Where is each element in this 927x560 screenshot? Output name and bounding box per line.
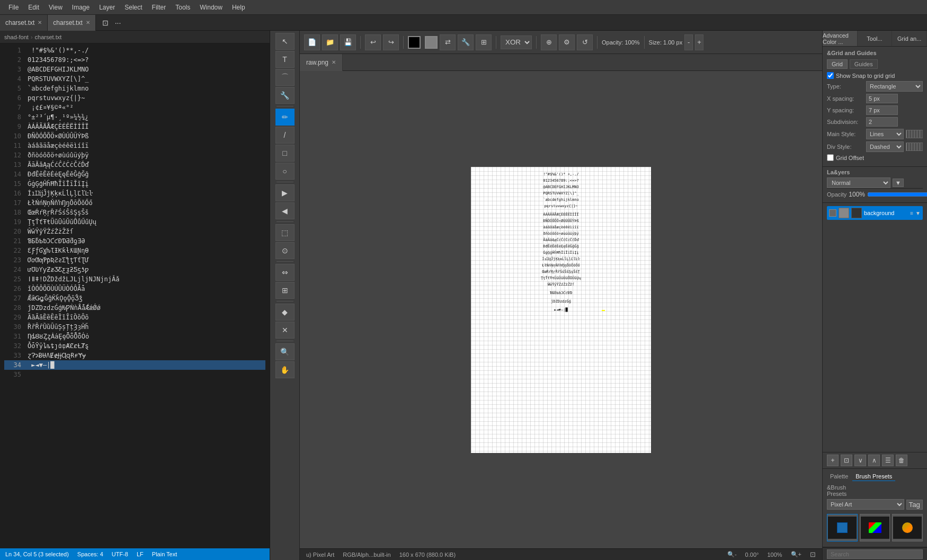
transform-tool-button[interactable]: ⇔ [275, 264, 295, 281]
line-tool-button[interactable]: / [275, 127, 295, 144]
opacity-slider[interactable] [867, 191, 927, 198]
brush-preset-select[interactable]: Pixel Art [827, 499, 904, 510]
layer-expand-button[interactable]: ▼ [915, 210, 921, 216]
type-select[interactable]: Rectangle [866, 81, 923, 92]
tab-advanced-color[interactable]: Advanced Color ... [823, 31, 858, 46]
main-style-select[interactable]: Lines [866, 129, 904, 139]
div-style-select[interactable]: Dashed [866, 141, 904, 152]
save-file-button[interactable]: 💾 [340, 34, 356, 50]
pencil-tool-button[interactable]: ✏ [275, 109, 295, 126]
bucket-tool-button[interactable]: ◆ [275, 304, 295, 321]
breadcrumb-part-2[interactable]: charset.txt [35, 34, 62, 40]
zoom-out-button[interactable]: 🔍- [727, 551, 737, 558]
grid-toggle-button[interactable]: ⊞ [476, 34, 492, 50]
split-tab-button[interactable]: ⊡ [100, 17, 111, 28]
background-color-swatch[interactable] [425, 36, 438, 49]
guides-tab-button[interactable]: Guides [850, 59, 878, 69]
breadcrumb-part-1[interactable]: shad-font [4, 34, 29, 40]
x-spacing-input[interactable]: 5 px [866, 94, 898, 103]
menu-item-layer[interactable]: Layer [95, 2, 119, 13]
canvas-tab-close-icon[interactable]: ✕ [332, 59, 336, 65]
text-tool-button[interactable]: T [275, 51, 295, 68]
search-input[interactable] [827, 549, 923, 559]
menu-item-help[interactable]: Help [228, 2, 249, 13]
add-layer-button[interactable]: + [827, 455, 839, 466]
line-12: 12ðñòóôõö÷øùúûüýþÿ [4, 150, 265, 160]
y-spacing-input[interactable]: 7 px [866, 105, 898, 115]
tab-charset-2[interactable]: charset.txt ✕ [48, 15, 95, 31]
zoom-in-button[interactable]: 🔍+ [791, 551, 801, 558]
blend-mode-select[interactable]: XOR [501, 35, 532, 49]
brush-preset-2[interactable] [860, 514, 890, 541]
refresh-button[interactable]: ↺ [577, 34, 593, 50]
select-tool-button[interactable]: ↖ [275, 33, 295, 50]
brush-preset-tag-button[interactable]: Tag [906, 500, 923, 510]
size-plus-button[interactable]: + [695, 34, 703, 50]
subdivision-input[interactable]: 2 [866, 117, 898, 127]
menu-item-select[interactable]: Select [120, 2, 146, 13]
brush-preset-1[interactable] [827, 514, 858, 541]
undo-button[interactable]: ↩ [365, 34, 381, 50]
tab-grid[interactable]: Grid an... [892, 31, 927, 46]
grid-tab-button[interactable]: Grid [827, 59, 848, 69]
rect-select-button[interactable]: ⬚ [275, 224, 295, 241]
menu-item-tools[interactable]: Tools [171, 2, 194, 13]
tab-charset-1[interactable]: charset.txt ✕ [0, 15, 48, 31]
wand-tool-button[interactable]: ⊞ [275, 282, 295, 299]
fit-canvas-button[interactable]: ⊡ [810, 550, 816, 558]
more-tabs-button[interactable]: ··· [113, 17, 123, 28]
palette-tab-palette[interactable]: Palette [827, 472, 851, 481]
layer-blend-options-button[interactable]: ▼ [893, 179, 904, 187]
canvas-toolbar: 📄 📁 💾 ↩ ↪ ⇄ 🔧 ⊞ XOR ⊕ ⚙ ↺ [300, 31, 822, 54]
eyedropper-button[interactable]: 🔧 [458, 34, 474, 50]
menu-item-image[interactable]: Image [68, 2, 94, 13]
canvas-pixel-mode: u) Pixel Art [306, 552, 334, 558]
canvas-tab-rawpng[interactable]: raw.png ✕ [300, 54, 343, 71]
redo-button[interactable]: ↪ [383, 34, 399, 50]
layer-menu-button[interactable]: ☰ [882, 455, 894, 466]
move-layer-down-button[interactable]: ∧ [868, 455, 880, 466]
opacity-row: Opacity 100% ▲ ▼ [827, 191, 923, 198]
open-file-button[interactable]: 📁 [322, 34, 338, 50]
code-area[interactable]: 1 !"#$%&'()**,-./ 20123456789:;<=>? 3@AB… [0, 43, 270, 548]
rect-tool-button[interactable]: □ [275, 145, 295, 162]
menu-item-file[interactable]: File [4, 2, 23, 13]
show-grid-checkbox[interactable] [827, 72, 834, 79]
lasso-tool-button[interactable]: ⌒ [275, 69, 295, 86]
menu-item-filter[interactable]: Filter [148, 2, 171, 13]
tab-close-active-icon[interactable]: ✕ [86, 20, 90, 25]
circle-select-button[interactable]: ⊙ [275, 242, 295, 259]
grid-offset-checkbox[interactable] [827, 154, 834, 161]
arrow-left-tool-button[interactable]: ◀ [275, 202, 295, 219]
ellipse-tool-button[interactable]: ○ [275, 163, 295, 180]
eraser-tool-button[interactable]: ✕ [275, 322, 295, 339]
settings-button[interactable]: ⚙ [559, 34, 575, 50]
foreground-color-swatch[interactable] [408, 36, 421, 49]
swap-colors-button[interactable]: ⇄ [440, 34, 456, 50]
snap-button[interactable]: ⊕ [541, 34, 557, 50]
arrow-right-tool-button[interactable]: ▶ [275, 184, 295, 201]
hand-tool-button[interactable]: ✋ [275, 361, 295, 378]
line-6: 6pqrstuvwxyz{|}~ [4, 93, 265, 103]
grid-offset-label: Grid Offset [836, 155, 864, 161]
duplicate-layer-button[interactable]: ⊡ [841, 455, 852, 466]
menu-item-edit[interactable]: Edit [24, 2, 43, 13]
new-file-button[interactable]: 📄 [304, 34, 320, 50]
tab-tool[interactable]: Tool... [858, 31, 893, 46]
layer-visibility-toggle[interactable] [829, 209, 836, 217]
layer-options-button[interactable]: ≡ [910, 210, 913, 216]
size-minus-button[interactable]: - [684, 34, 693, 50]
menu-item-view[interactable]: View [44, 2, 67, 13]
zoom-tool-button[interactable]: 🔍 [275, 343, 295, 360]
canvas-viewport[interactable]: !"#$%&'()* +,-./ 0123456789:;<=>? @ABCDE… [300, 71, 822, 548]
eyedropper-tool-button[interactable]: 🔧 [275, 87, 295, 104]
layer-blend-select[interactable]: Normal [827, 177, 890, 188]
menu-item-window[interactable]: Window [195, 2, 227, 13]
layer-background-row[interactable]: background ≡ ▼ [827, 206, 923, 220]
delete-layer-button[interactable]: 🗑 [896, 455, 907, 466]
status-line-ending: LF [137, 551, 144, 557]
brush-preset-3[interactable] [892, 514, 923, 541]
move-layer-up-button[interactable]: ∨ [854, 455, 866, 466]
palette-tab-brush-presets[interactable]: Brush Presets [852, 472, 895, 481]
tab-close-icon[interactable]: ✕ [38, 20, 42, 25]
